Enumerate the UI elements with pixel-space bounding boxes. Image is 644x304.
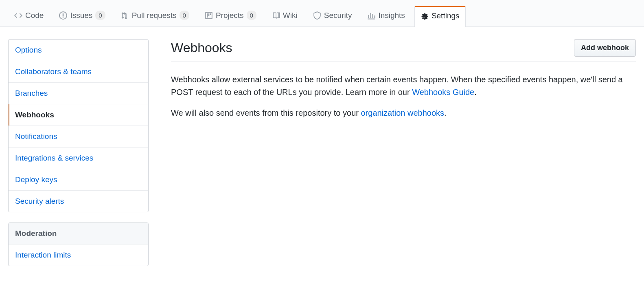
sidebar-item-deploy-keys[interactable]: Deploy keys [9,169,148,191]
tab-code[interactable]: Code [8,5,50,26]
gear-icon [421,12,429,20]
moderation-menu: Moderation Interaction limits [8,222,149,266]
tab-projects[interactable]: Projects 0 [199,4,263,26]
tab-counter: 0 [247,11,256,20]
tab-label: Insights [378,11,405,20]
page-header: Webhooks Add webhook [171,39,636,62]
org-webhooks-note: We will also send events from this repos… [171,107,636,119]
tab-label: Issues [70,11,92,20]
tab-settings[interactable]: Settings [414,6,466,27]
sidebar-item-collaborators[interactable]: Collaborators & teams [9,61,148,83]
tab-wiki[interactable]: Wiki [266,5,304,26]
description-text: . [444,108,447,117]
description-text: We will also send events from this repos… [171,108,361,117]
tab-label: Code [25,11,44,20]
tab-insights[interactable]: Insights [361,5,411,26]
tab-counter: 0 [95,11,105,20]
tab-security[interactable]: Security [307,5,358,26]
menu-header-moderation: Moderation [9,223,148,245]
repo-tabs: Code Issues 0 Pull requests 0 Projects 0… [0,0,644,27]
issue-icon [59,11,67,20]
shield-icon [313,11,321,20]
tab-label: Wiki [283,11,298,20]
pull-request-icon [121,11,129,20]
page-title: Webhooks [171,40,232,55]
sidebar-item-notifications[interactable]: Notifications [9,126,148,148]
code-icon [14,11,22,20]
sidebar-item-options[interactable]: Options [9,40,148,61]
graph-icon [367,11,375,20]
sidebar-item-security-alerts[interactable]: Security alerts [9,191,148,212]
tab-label: Pull requests [132,11,177,20]
add-webhook-button[interactable]: Add webhook [574,39,636,57]
tab-pull-requests[interactable]: Pull requests 0 [115,4,195,26]
main-content: Webhooks Add webhook Webhooks allow exte… [171,39,636,276]
sidebar-item-branches[interactable]: Branches [9,83,148,104]
description-text: . [474,88,477,97]
webhooks-guide-link[interactable]: Webhooks Guide [412,88,474,97]
sidebar-item-integrations[interactable]: Integrations & services [9,148,148,169]
webhooks-description: Webhooks allow external services to be n… [171,73,636,99]
settings-menu: Options Collaborators & teams Branches W… [8,39,149,212]
tab-label: Projects [216,11,244,20]
sidebar-item-webhooks[interactable]: Webhooks [9,104,148,126]
project-icon [205,11,213,20]
tab-issues[interactable]: Issues 0 [53,4,111,26]
sidebar-item-interaction-limits[interactable]: Interaction limits [9,245,148,266]
organization-webhooks-link[interactable]: organization webhooks [361,108,444,117]
settings-sidebar: Options Collaborators & teams Branches W… [8,39,149,276]
tab-counter: 0 [180,11,189,20]
description-text: Webhooks allow external services to be n… [171,75,623,97]
tab-label: Security [324,11,352,20]
tab-label: Settings [432,11,460,20]
book-icon [272,11,280,20]
